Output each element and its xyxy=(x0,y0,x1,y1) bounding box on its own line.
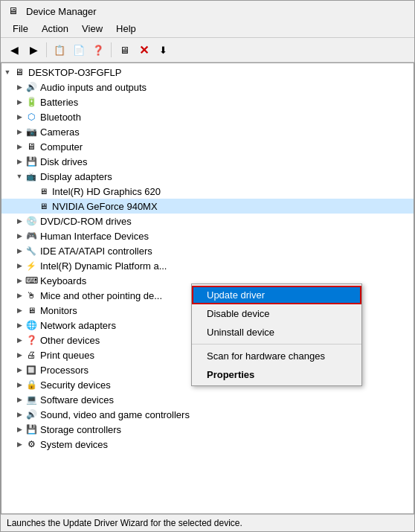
context-menu-properties[interactable]: Properties xyxy=(192,365,361,384)
mice-expand[interactable]: ▶ xyxy=(13,289,25,301)
print-icon: 🖨 xyxy=(25,349,37,361)
bluetooth-label: Bluetooth xyxy=(40,112,81,123)
menu-help[interactable]: Help xyxy=(110,22,142,36)
menu-file[interactable]: File xyxy=(7,22,34,36)
tree-item-storage[interactable]: ▶ 💾 Storage controllers xyxy=(1,422,414,437)
status-text: Launches the Update Driver Wizard for th… xyxy=(7,518,242,528)
software-expand[interactable]: ▶ xyxy=(13,394,25,406)
dvd-icon: 💿 xyxy=(25,215,37,227)
menu-view[interactable]: View xyxy=(76,22,109,36)
sound-label: Sound, video and game controllers xyxy=(40,409,190,420)
audio-expand[interactable]: ▶ xyxy=(13,81,25,93)
device-manager-window: 🖥 Device Manager File Action View Help ◀… xyxy=(0,0,415,532)
context-menu: Update driver Disable device Uninstall d… xyxy=(191,283,362,386)
tree-item-audio[interactable]: ▶ 🔊 Audio inputs and outputs xyxy=(1,80,414,94)
cameras-icon: 📷 xyxy=(25,126,37,138)
context-menu-disable-device[interactable]: Disable device xyxy=(192,304,361,323)
mice-label: Mice and other pointing de... xyxy=(40,290,162,301)
tree-item-display[interactable]: ▼ 📺 Display adapters xyxy=(1,169,414,184)
menu-bar: File Action View Help xyxy=(1,20,414,38)
tree-item-nvidia[interactable]: 🖥 NVIDIA GeForce 940MX xyxy=(1,199,414,214)
sound-expand[interactable]: ▶ xyxy=(13,408,25,420)
software-label: Software devices xyxy=(40,394,114,406)
tree-root[interactable]: ▼ 🖥 DESKTOP-O3FGFLP xyxy=(1,65,414,80)
batteries-expand[interactable]: ▶ xyxy=(13,96,25,108)
tree-item-cameras[interactable]: ▶ 📷 Cameras xyxy=(1,124,414,139)
tree-item-ide[interactable]: ▶ 🔧 IDE ATA/ATAPI controllers xyxy=(1,243,414,258)
title-bar-icon: 🖥 xyxy=(8,5,20,17)
tree-item-bluetooth[interactable]: ▶ ⬡ Bluetooth xyxy=(1,109,414,124)
tree-item-disk[interactable]: ▶ 💾 Disk drives xyxy=(1,154,414,169)
help-button[interactable]: ❓ xyxy=(89,41,107,59)
back-button[interactable]: ◀ xyxy=(5,41,23,59)
intel-hd-icon: 🖥 xyxy=(37,185,49,197)
root-expand[interactable]: ▼ xyxy=(1,66,13,78)
ide-icon: 🔧 xyxy=(25,245,37,257)
tree-item-hid[interactable]: ▶ 🎮 Human Interface Devices xyxy=(1,228,414,243)
bluetooth-expand[interactable]: ▶ xyxy=(13,111,25,123)
tree-item-system[interactable]: ▶ ⚙ System devices xyxy=(1,437,414,452)
download-button[interactable]: ⬇ xyxy=(154,41,172,59)
batteries-label: Batteries xyxy=(40,97,78,108)
uninstall-button[interactable]: ✕ xyxy=(135,41,152,59)
dvd-label: DVD/CD-ROM drives xyxy=(40,216,132,227)
keyboards-expand[interactable]: ▶ xyxy=(13,275,25,286)
monitors-icon: 🖥 xyxy=(25,304,37,316)
network-icon: 🌐 xyxy=(25,319,37,331)
security-label: Security devices xyxy=(40,379,111,391)
sound-icon: 🔊 xyxy=(25,408,37,420)
tree-item-intel-hd[interactable]: 🖥 Intel(R) HD Graphics 620 xyxy=(1,184,414,199)
context-menu-scan[interactable]: Scan for hardware changes xyxy=(192,347,361,365)
tree-item-sound[interactable]: ▶ 🔊 Sound, video and game controllers xyxy=(1,407,414,422)
context-menu-uninstall-device[interactable]: Uninstall device xyxy=(192,323,361,342)
toolbar-sep-1 xyxy=(46,42,47,57)
storage-label: Storage controllers xyxy=(40,424,121,435)
tree-item-batteries[interactable]: ▶ 🔋 Batteries xyxy=(1,94,414,109)
cameras-expand[interactable]: ▶ xyxy=(13,126,25,138)
software-icon: 💻 xyxy=(25,394,37,406)
system-icon: ⚙ xyxy=(25,438,37,450)
computer-icon: 🖥 xyxy=(25,141,37,153)
disk-icon: 💾 xyxy=(25,156,37,167)
security-expand[interactable]: ▶ xyxy=(13,379,25,391)
tree-item-computer[interactable]: ▶ 🖥 Computer xyxy=(1,139,414,154)
keyboards-icon: ⌨ xyxy=(25,275,37,286)
tree-item-intel-dyn[interactable]: ▶ ⚡ Intel(R) Dynamic Platform a... xyxy=(1,258,414,273)
intel-dyn-expand[interactable]: ▶ xyxy=(13,260,25,272)
scan-button[interactable]: 🖥 xyxy=(115,41,133,59)
processors-icon: 🔲 xyxy=(25,364,37,376)
cameras-label: Cameras xyxy=(40,126,80,138)
root-icon: 🖥 xyxy=(13,66,25,78)
monitors-label: Monitors xyxy=(40,305,77,316)
other-expand[interactable]: ▶ xyxy=(13,334,25,346)
network-expand[interactable]: ▶ xyxy=(13,319,25,331)
computer-expand[interactable]: ▶ xyxy=(13,141,25,153)
hid-expand[interactable]: ▶ xyxy=(13,230,25,242)
properties-button[interactable]: 📋 xyxy=(51,41,68,59)
nvidia-label: NVIDIA GeForce 940MX xyxy=(52,201,158,212)
disk-label: Disk drives xyxy=(40,156,88,167)
update-button[interactable]: 📄 xyxy=(70,41,88,59)
tree-item-dvd[interactable]: ▶ 💿 DVD/CD-ROM drives xyxy=(1,214,414,228)
processors-expand[interactable]: ▶ xyxy=(13,364,25,376)
toolbar: ◀ ▶ 📋 📄 ❓ 🖥 ✕ ⬇ xyxy=(1,38,414,63)
disk-expand[interactable]: ▶ xyxy=(13,156,25,167)
storage-expand[interactable]: ▶ xyxy=(13,423,25,435)
intel-dyn-label: Intel(R) Dynamic Platform a... xyxy=(40,260,167,272)
print-expand[interactable]: ▶ xyxy=(13,349,25,361)
ide-expand[interactable]: ▶ xyxy=(13,245,25,257)
system-expand[interactable]: ▶ xyxy=(13,438,25,450)
tree-item-software[interactable]: ▶ 💻 Software devices xyxy=(1,392,414,407)
menu-action[interactable]: Action xyxy=(36,22,74,36)
context-menu-update-driver[interactable]: Update driver xyxy=(192,286,361,304)
security-icon: 🔒 xyxy=(25,379,37,391)
forward-button[interactable]: ▶ xyxy=(25,41,42,59)
dvd-expand[interactable]: ▶ xyxy=(13,215,25,227)
display-expand[interactable]: ▼ xyxy=(13,170,25,182)
processors-label: Processors xyxy=(40,365,89,376)
storage-icon: 💾 xyxy=(25,423,37,435)
monitors-expand[interactable]: ▶ xyxy=(13,304,25,316)
title-bar: 🖥 Device Manager xyxy=(1,1,414,20)
hid-label: Human Interface Devices xyxy=(40,231,149,242)
main-content: ▼ 🖥 DESKTOP-O3FGFLP ▶ 🔊 Audio inputs and… xyxy=(1,63,414,514)
